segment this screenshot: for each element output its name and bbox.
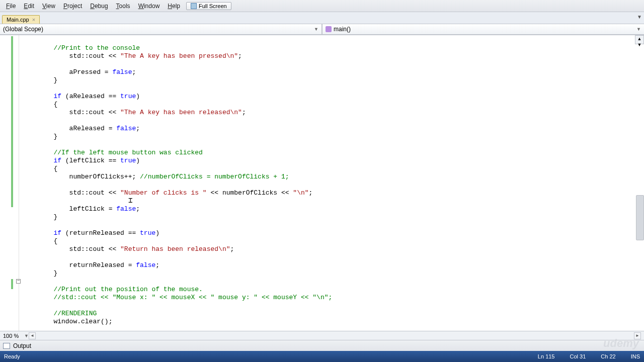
chevron-down-icon[interactable]: ▼	[24, 333, 29, 338]
tab-main-cpp[interactable]: Main.cpp ×	[2, 15, 40, 24]
fullscreen-label: Full Screen	[199, 3, 227, 9]
menu-tools[interactable]: Tools	[112, 2, 134, 11]
status-bar: Ready Ln 115 Col 31 Ch 22 INS	[0, 351, 644, 362]
chevron-down-icon: ▼	[314, 27, 318, 32]
fullscreen-icon	[191, 3, 197, 9]
scope-dropdown-right[interactable]: main() ▼	[322, 24, 644, 35]
scroll-right-icon[interactable]: ►	[634, 332, 641, 339]
horizontal-scrollbar[interactable]	[41, 332, 634, 339]
output-icon	[3, 343, 10, 349]
output-label: Output	[13, 342, 31, 349]
scope-dropdown-left[interactable]: (Global Scope) ▼	[0, 24, 322, 35]
editor-gutter	[0, 35, 19, 331]
output-panel-header[interactable]: Output	[0, 340, 644, 351]
status-line: Ln 115	[538, 353, 555, 359]
status-ins: INS	[631, 353, 640, 359]
scope-bar: (Global Scope) ▼ main() ▼	[0, 24, 644, 35]
tab-overflow-icon[interactable]: ▼	[637, 14, 642, 20]
status-ch: Ch 22	[601, 353, 615, 359]
change-marker	[11, 279, 13, 289]
scope-right-label: main()	[334, 26, 351, 33]
menu-view[interactable]: View	[38, 2, 59, 11]
code-content[interactable]: //Print to the console std::cout << "The…	[19, 35, 644, 331]
vertical-scrollbar[interactable]	[636, 195, 644, 240]
status-col: Col 31	[570, 353, 586, 359]
zoom-level[interactable]: 100 %	[3, 333, 23, 339]
cursor-icon: ⌶	[128, 197, 132, 205]
menu-help[interactable]: Help	[164, 2, 184, 11]
tab-bar: Main.cpp × ▼	[0, 12, 644, 24]
fullscreen-button[interactable]: Full Screen	[186, 2, 231, 10]
menu-bar: File Edit View Project Debug Tools Windo…	[0, 0, 644, 12]
menu-debug[interactable]: Debug	[86, 2, 112, 11]
menu-project[interactable]: Project	[59, 2, 86, 11]
status-ready: Ready	[4, 353, 523, 359]
menu-window[interactable]: Window	[134, 2, 164, 11]
tab-label: Main.cpp	[7, 17, 29, 23]
function-icon	[326, 26, 332, 32]
editor-footer: 100 % ▼ ◄ ►	[0, 331, 644, 340]
split-nav-icon[interactable]: ▲▼	[635, 35, 644, 44]
chevron-down-icon: ▼	[636, 27, 641, 32]
menu-edit[interactable]: Edit	[20, 2, 38, 11]
change-marker	[11, 36, 13, 207]
code-editor[interactable]: //Print to the console std::cout << "The…	[0, 35, 644, 331]
close-icon[interactable]: ×	[32, 17, 35, 23]
scope-left-label: (Global Scope)	[3, 26, 43, 33]
menu-file[interactable]: File	[2, 2, 20, 11]
scroll-left-icon[interactable]: ◄	[29, 332, 36, 339]
